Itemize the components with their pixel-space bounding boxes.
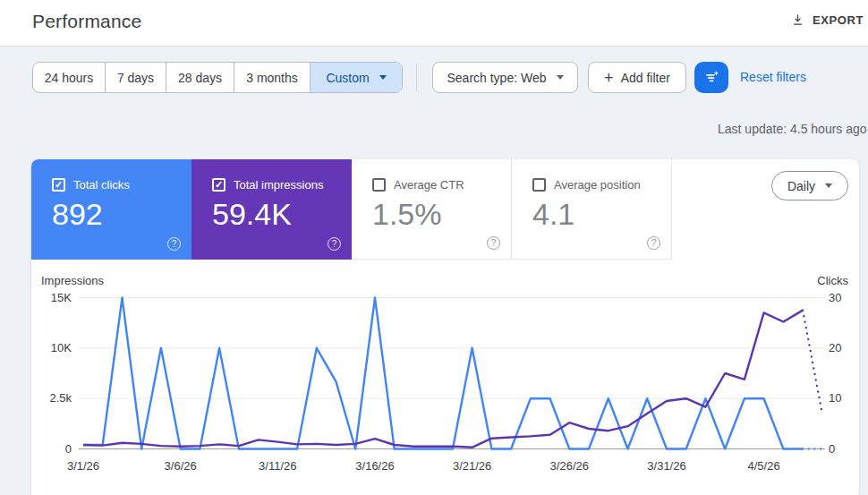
checkbox-checked-icon[interactable]: ✓ <box>52 178 65 192</box>
search-type-dropdown[interactable]: Search type: Web <box>432 62 578 93</box>
metric-value: 1.5% <box>372 197 442 232</box>
download-icon <box>791 13 804 27</box>
metric-value: 59.4K <box>212 197 292 232</box>
granularity-dropdown[interactable]: Daily <box>771 171 848 201</box>
date-range-28-days[interactable]: 28 days <box>166 63 234 92</box>
granularity-label: Daily <box>787 179 815 193</box>
search-type-label: Search type: Web <box>447 71 546 85</box>
date-range-24-hours[interactable]: 24 hours <box>33 63 106 92</box>
date-range-custom[interactable]: Custom <box>311 63 402 92</box>
date-range-selector: 24 hours 7 days 28 days 3 months Custom <box>32 62 403 93</box>
metric-label: Average position <box>554 178 641 192</box>
reset-filters-link[interactable]: Reset filters <box>740 70 806 84</box>
metric-card-average-ctr[interactable]: Average CTR 1.5% ? <box>352 159 512 260</box>
metric-value: 892 <box>52 197 103 232</box>
help-icon[interactable]: ? <box>167 237 181 251</box>
chevron-down-icon <box>557 75 564 80</box>
export-label: EXPORT <box>813 13 864 27</box>
export-button[interactable]: EXPORT <box>791 13 864 27</box>
filter-bar: 24 hours 7 days 28 days 3 months Custom … <box>0 62 868 93</box>
add-filter-label: Add filter <box>621 71 670 85</box>
help-icon[interactable]: ? <box>647 236 660 250</box>
page-header: Performance EXPORT <box>0 0 868 47</box>
date-range-7-days[interactable]: 7 days <box>106 63 166 92</box>
metric-card-total-impressions[interactable]: ✓ Total impressions 59.4K ? <box>191 159 352 260</box>
checkbox-unchecked-icon[interactable] <box>532 178 546 192</box>
metric-label: Total impressions <box>234 178 323 192</box>
metric-card-total-clicks[interactable]: ✓ Total clicks 892 ? <box>31 159 191 260</box>
help-icon[interactable]: ? <box>487 236 500 250</box>
last-update-status: Last update: 4.5 hours ago <box>718 122 867 136</box>
divider <box>416 64 417 91</box>
filter-settings-button[interactable] <box>694 62 728 93</box>
chevron-down-icon <box>379 75 387 80</box>
metric-label: Total clicks <box>73 178 130 192</box>
date-range-custom-label: Custom <box>326 71 369 85</box>
page-title: Performance <box>32 11 141 32</box>
metric-label: Average CTR <box>394 178 464 192</box>
checkbox-checked-icon[interactable]: ✓ <box>212 178 226 192</box>
chevron-down-icon <box>825 183 832 188</box>
plus-icon: + <box>604 71 614 85</box>
filter-sparkle-icon <box>703 69 720 86</box>
add-filter-button[interactable]: + Add filter <box>588 62 686 93</box>
help-icon[interactable]: ? <box>328 237 341 251</box>
metric-card-average-position[interactable]: Average position 4.1 ? <box>512 159 672 260</box>
date-range-3-months[interactable]: 3 months <box>234 63 311 92</box>
metric-value: 4.1 <box>532 197 574 232</box>
performance-panel: ✓ Total clicks 892 ? ✓ Total impressions… <box>31 159 859 495</box>
checkbox-unchecked-icon[interactable] <box>372 178 386 192</box>
